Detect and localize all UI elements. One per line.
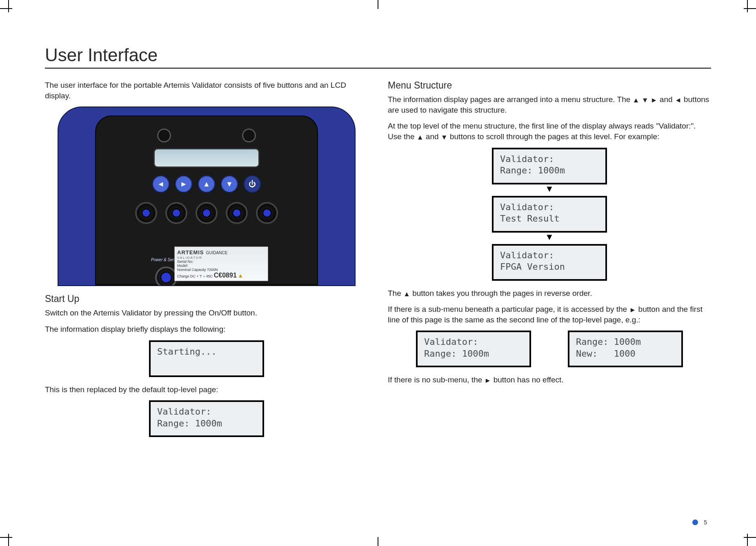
page-dot-icon xyxy=(692,519,698,525)
brand-label: ARTEMIS xyxy=(177,249,204,255)
temp-label: Charge DC + T = 45C xyxy=(177,274,213,278)
lcd-flow-3: Validator: FPGA Version xyxy=(492,244,607,281)
right-arrow-button-icon: ► xyxy=(175,175,192,193)
ce-mark: C€0891 xyxy=(214,272,237,279)
up-glyph-icon: ▲ xyxy=(633,97,640,104)
warning-icon: ▲ xyxy=(238,272,243,279)
lcd-starting-block: Starting... xyxy=(45,340,368,377)
startup-p1: Switch on the Artemis Validator by press… xyxy=(45,308,368,318)
lcd-submenu-right: Range: 1000m New: 1000 xyxy=(568,331,683,367)
startup-p3: This is then replaced by the default top… xyxy=(45,384,368,395)
crop-mark xyxy=(747,0,748,12)
menu-structure-heading: Menu Structure xyxy=(388,80,711,91)
crop-mark xyxy=(378,537,378,546)
crop-mark xyxy=(747,534,748,546)
device-label-plate: ARTEMIS GUIDANCE VALIDATOR Serial No: Mo… xyxy=(174,246,268,281)
lcd-submenu-left: Validator: Range: 1000m xyxy=(416,331,531,367)
page-number: 5 xyxy=(704,519,707,526)
up-glyph-icon: ▲ xyxy=(417,134,424,141)
down-arrow-icon: ▼ xyxy=(545,184,554,194)
capacity-label: Nominal Capacity 7200N xyxy=(177,268,218,272)
device-lcd xyxy=(153,148,260,168)
connector-port-icon xyxy=(196,202,218,224)
screw-icon xyxy=(157,129,171,142)
startup-heading: Start Up xyxy=(45,293,368,304)
menu-p4: If there is a sub-menu beneath a particu… xyxy=(388,304,711,325)
left-column: The user interface for the portable Arte… xyxy=(45,80,368,444)
lcd-default-block: Validator: Range: 1000m xyxy=(45,400,368,437)
crop-mark xyxy=(8,0,9,12)
connector-port-icon xyxy=(226,202,248,224)
crop-mark xyxy=(744,537,756,538)
screw-icon xyxy=(242,129,256,142)
device-illustration: ◄ ► ▲ ▼ ⏻ Power & Serial xyxy=(58,107,356,286)
crop-mark xyxy=(0,537,12,538)
menu-p5: If there is no sub-menu, the ► button ha… xyxy=(388,375,711,385)
device-port-row xyxy=(96,202,317,224)
right-glyph-icon: ► xyxy=(485,377,491,384)
up-arrow-button-icon: ▲ xyxy=(198,175,215,193)
model-label: Model: xyxy=(177,264,188,268)
device-button-row: ◄ ► ▲ ▼ ⏻ xyxy=(96,175,317,193)
down-arrow-icon: ▼ xyxy=(545,232,554,242)
power-serial-port-icon xyxy=(155,266,177,286)
manual-page: User Interface The user interface for th… xyxy=(0,0,756,546)
down-glyph-icon: ▼ xyxy=(642,97,649,104)
crop-mark xyxy=(378,0,378,9)
right-glyph-icon: ► xyxy=(629,306,636,313)
intro-paragraph: The user interface for the portable Arte… xyxy=(45,80,368,101)
startup-p2: The information display briefly displays… xyxy=(45,324,368,335)
device-face: ◄ ► ▲ ▼ ⏻ Power & Serial xyxy=(95,115,318,285)
down-arrow-button-icon: ▼ xyxy=(221,175,238,193)
crop-mark xyxy=(744,8,756,9)
lcd-display-default: Validator: Range: 1000m xyxy=(149,400,264,437)
down-glyph-icon: ▼ xyxy=(441,134,448,141)
content-columns: The user interface for the portable Arte… xyxy=(45,80,711,444)
right-column: Menu Structure The information display p… xyxy=(388,80,711,444)
left-glyph-icon: ◄ xyxy=(675,97,682,104)
right-glyph-icon: ► xyxy=(651,97,658,104)
crop-mark xyxy=(0,8,12,9)
menu-p1: The information display pages are arrang… xyxy=(388,94,711,115)
lcd-flow-1: Validator: Range: 1000m xyxy=(492,148,607,184)
connector-port-icon xyxy=(165,202,187,224)
menu-flow: Validator: Range: 1000m ▼ Validator: Tes… xyxy=(388,148,711,281)
brand-sub-label: VALIDATOR xyxy=(177,256,202,260)
page-footer: 5 xyxy=(692,519,707,526)
up-glyph-icon: ▲ xyxy=(403,291,410,297)
left-arrow-button-icon: ◄ xyxy=(152,175,169,193)
connector-port-icon xyxy=(256,202,278,224)
lcd-display-starting: Starting... xyxy=(149,340,264,377)
menu-p3: The ▲ button takes you through the pages… xyxy=(388,288,711,299)
page-title: User Interface xyxy=(45,45,711,69)
submenu-example: Validator: Range: 1000m Range: 1000m New… xyxy=(388,331,711,367)
menu-p2: At the top level of the menu structure, … xyxy=(388,121,711,142)
serial-no-label: Serial No: xyxy=(177,260,193,264)
connector-port-icon xyxy=(135,202,157,224)
cobrand-label: GUIDANCE xyxy=(206,251,228,255)
crop-mark xyxy=(8,534,9,546)
lcd-flow-2: Validator: Test Result xyxy=(492,196,607,233)
power-button-icon: ⏻ xyxy=(244,175,261,193)
